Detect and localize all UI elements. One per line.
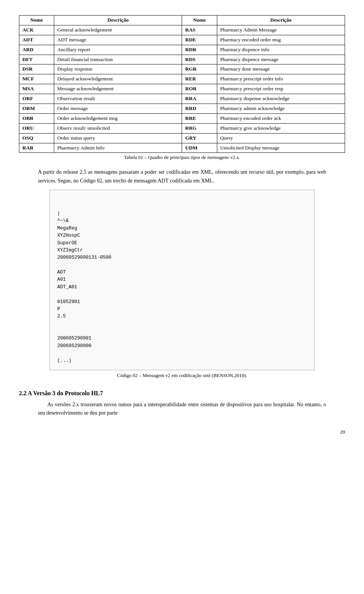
message-code: ROR	[182, 84, 217, 94]
message-description: Pharmarcy prescript order resp	[217, 84, 345, 94]
message-description: Pharmacy dose message	[217, 64, 345, 74]
page-number: 20	[19, 429, 345, 435]
message-description: Observ result/ unsolicited	[54, 123, 182, 133]
col-header-nome1: Nome	[19, 16, 54, 25]
message-description: General acknowledgement	[54, 25, 182, 35]
message-code: OSQ	[19, 133, 54, 143]
message-description: Display response	[54, 64, 182, 74]
message-code: RRE	[182, 113, 217, 123]
message-code: RER	[182, 74, 217, 84]
message-description: Ancillary report	[54, 45, 182, 55]
message-code: MSA	[19, 84, 54, 94]
col-header-nome2: Nome	[182, 16, 217, 25]
message-code: DFT	[19, 55, 54, 64]
message-description: Pharmarcy Admin Message	[217, 25, 345, 35]
message-description: Observation result	[54, 94, 182, 104]
message-description: Pharmacy dispence info	[217, 45, 345, 55]
message-code: RAS	[182, 25, 217, 35]
message-code: RGR	[182, 64, 217, 74]
message-code: ACK	[19, 25, 54, 35]
message-code: ORF	[19, 94, 54, 104]
paragraph2-text: As versões 2.x trouxeram novos rumos par…	[38, 402, 326, 416]
xml-code-content: | ^~\& MegaReg XYZHospC SuperOE XYZImgCt…	[57, 211, 111, 363]
code-caption: Código 02 – Mensagem v2 em codificação x…	[19, 372, 345, 379]
message-description: ADT message	[54, 35, 182, 45]
col-header-desc1: Descrição	[54, 16, 182, 25]
message-description: Order message	[54, 104, 182, 114]
message-description: Detail financial transaction	[54, 55, 182, 64]
paragraph-xml-intro: A partir do release 2.5 as mensagens pas…	[38, 168, 326, 185]
table-row: ARDAncillary reportRDRPharmacy dispence …	[19, 45, 345, 55]
table-row: ORUObserv result/ unsolicitedRRGPharmarc…	[19, 123, 345, 133]
message-code: RRG	[182, 123, 217, 133]
message-description: Pharmacy encoded order msg	[217, 35, 345, 45]
table-row: MSAMessage acknowledgementRORPharmarcy p…	[19, 84, 345, 94]
table-row: OBROrder acknowledgement msgRREPharmarcy…	[19, 113, 345, 123]
xml-code-block: | ^~\& MegaReg XYZHospC SuperOE XYZImgCt…	[49, 190, 315, 370]
table-row: ADTADT messageRDEPharmacy encoded order …	[19, 35, 345, 45]
message-code: DSR	[19, 64, 54, 74]
table-row: MCFDelayed acknowledgementRERPharmarcy p…	[19, 74, 345, 84]
message-description: Unsolicited Display message	[217, 143, 345, 153]
message-description: Pharmarcy give acknowledge	[217, 123, 345, 133]
message-code: RAR	[19, 143, 54, 153]
message-code: RRA	[182, 94, 217, 104]
message-code: RDS	[182, 55, 217, 64]
section-heading-text: 2.2 A Versão 3 do Protocolo HL7	[19, 390, 103, 396]
message-code: UDM	[182, 143, 217, 153]
table-row: DFTDetail financial transactionRDSPharma…	[19, 55, 345, 64]
message-code: RDR	[182, 45, 217, 55]
table-row: OSQOrder status queryGRYQuery	[19, 133, 345, 143]
message-description: Pharmarcy Admin Info	[54, 143, 182, 153]
message-description: Query	[217, 133, 345, 143]
message-description: Pharmarcy prescript order info	[217, 74, 345, 84]
message-description: Pharmarcy dispense acknowledge	[217, 94, 345, 104]
message-description: Delayed acknowledgement	[54, 74, 182, 84]
table-row: ACKGeneral acknowledgementRASPharmarcy A…	[19, 25, 345, 35]
message-code: ARD	[19, 45, 54, 55]
message-code: OBR	[19, 113, 54, 123]
table-row: ORFObservation resultRRAPharmarcy dispen…	[19, 94, 345, 104]
section-heading-2-2: 2.2 A Versão 3 do Protocolo HL7	[19, 390, 345, 397]
message-description: Pharmacy dispence message	[217, 55, 345, 64]
message-types-table: Nome Descrição Nome Descrição ACKGeneral…	[19, 15, 345, 153]
message-code: ADT	[19, 35, 54, 45]
table-row: RARPharmarcy Admin InfoUDMUnsolicited Di…	[19, 143, 345, 153]
message-description: Pharmarcy encoded order ack	[217, 113, 345, 123]
message-description: Order acknowledgement msg	[54, 113, 182, 123]
col-header-desc2: Descrição	[217, 16, 345, 25]
message-code: GRY	[182, 133, 217, 143]
message-code: ORM	[19, 104, 54, 114]
message-code: RRD	[182, 104, 217, 114]
message-description: Pharmarcy admin acknowledge	[217, 104, 345, 114]
message-description: Order status query	[54, 133, 182, 143]
message-code: RDE	[182, 35, 217, 45]
bottom-paragraph: As versões 2.x trouxeram novos rumos par…	[38, 401, 326, 418]
message-description: Message acknowledgement	[54, 84, 182, 94]
table-caption: Tabela 01 – Quadro de principais tipos d…	[19, 154, 345, 160]
table-row: ORMOrder messageRRDPharmarcy admin ackno…	[19, 104, 345, 114]
message-code: MCF	[19, 74, 54, 84]
message-code: ORU	[19, 123, 54, 133]
table-row: DSRDisplay responseRGRPharmacy dose mess…	[19, 64, 345, 74]
paragraph-indent-spaces	[38, 402, 47, 407]
